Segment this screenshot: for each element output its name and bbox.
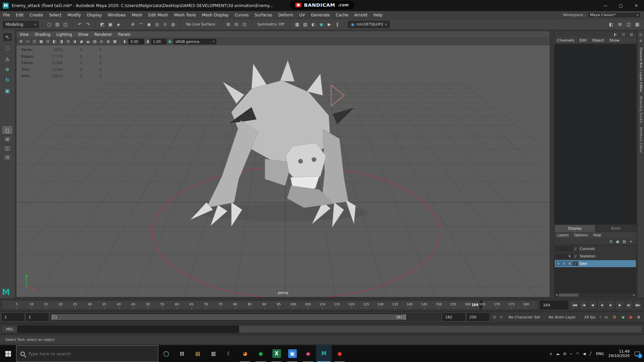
action-center-button[interactable]: 2: [635, 352, 640, 356]
two-pane-layout-icon[interactable]: ◫: [625, 20, 633, 28]
snap-grid-icon[interactable]: #: [129, 20, 137, 28]
workspace-dropdown[interactable]: Maya Classic* ▾: [588, 12, 641, 18]
input-connections-icon[interactable]: ⊞: [224, 20, 232, 28]
snap-curve-icon[interactable]: ◠: [137, 20, 145, 28]
channel-speed-icon[interactable]: ⊟: [620, 32, 627, 37]
menu-item[interactable]: Mesh: [129, 11, 146, 19]
start-button[interactable]: [0, 345, 16, 362]
isolate-select-icon[interactable]: ◎: [98, 39, 105, 44]
excel-icon[interactable]: X: [269, 345, 284, 362]
step-back-frame-button[interactable]: ◀|: [588, 301, 597, 309]
grid-toggle-icon[interactable]: ⊞: [18, 39, 24, 44]
step-back-key-button[interactable]: |◀: [579, 301, 588, 309]
snap-point-icon[interactable]: ◉: [145, 20, 153, 28]
taskbar-search[interactable]: [16, 345, 158, 362]
layer-color-swatch[interactable]: ╱: [573, 254, 578, 258]
anim-layer-dropdown[interactable]: No Anim Layer: [546, 315, 578, 319]
battery-icon[interactable]: ⊟: [563, 352, 566, 356]
exposure-icon[interactable]: ◐: [122, 39, 128, 44]
make-live-icon[interactable]: ◍: [169, 20, 177, 28]
menu-item[interactable]: Create: [26, 11, 46, 19]
comment-icon[interactable]: ▭: [603, 314, 610, 320]
snap-view-plane-icon[interactable]: ⊙: [161, 20, 169, 28]
range-slider-track[interactable]: 1 182: [50, 313, 441, 321]
menu-item[interactable]: Surfaces: [252, 11, 275, 19]
tray-chevron-icon[interactable]: ∧: [549, 352, 552, 356]
channel-box-menu-item[interactable]: Show: [607, 38, 622, 43]
layer-editor-menu-item[interactable]: Help: [590, 233, 604, 237]
select-mask-object-icon[interactable]: ▣: [106, 20, 114, 28]
film-gate-icon[interactable]: ▭: [24, 39, 31, 44]
scale-tool[interactable]: ▣: [2, 86, 12, 95]
resolution-gate-icon[interactable]: ◫: [31, 39, 38, 44]
panel-menu-item[interactable]: Show: [75, 32, 92, 37]
spotify-icon[interactable]: ◉: [253, 345, 269, 362]
character-set-dropdown[interactable]: No Character Set: [506, 315, 542, 319]
dark-mode-app-icon[interactable]: ☾: [221, 345, 237, 362]
scroll-left-icon[interactable]: ◀: [554, 294, 559, 296]
maya-icon[interactable]: M: [316, 345, 332, 362]
language-indicator[interactable]: ENG: [595, 352, 605, 356]
render-current-frame-icon[interactable]: ▧: [301, 20, 309, 28]
scrollbar-thumb[interactable]: [559, 294, 579, 297]
playblast-icon[interactable]: ▶: [325, 20, 333, 28]
layer-editor-menu-item[interactable]: Layers: [554, 233, 572, 237]
go-to-start-button[interactable]: |◀◀: [570, 301, 579, 309]
bandicam-icon[interactable]: ◉: [300, 345, 316, 362]
panel-menu-item[interactable]: Lighting: [53, 32, 75, 37]
select-mask-hierarchy-icon[interactable]: ◩: [98, 20, 106, 28]
menu-item[interactable]: Edit Mesh: [145, 11, 171, 19]
layer-editor-scrollbar[interactable]: ◀ ▶: [554, 293, 636, 297]
layer-playback-toggle[interactable]: [561, 254, 567, 258]
layer-up-icon[interactable]: ◔: [608, 239, 613, 244]
menu-item[interactable]: Windows: [105, 11, 129, 19]
channel-box-content[interactable]: [554, 44, 636, 225]
snap-projected-center-icon[interactable]: ◎: [153, 20, 161, 28]
panel-gear-icon[interactable]: ⊛: [638, 38, 644, 43]
motion-blur-icon[interactable]: ◒: [85, 39, 91, 44]
range-start-handle[interactable]: 1: [53, 315, 59, 319]
channel-box-menu-item[interactable]: Object: [589, 38, 607, 43]
fps-dropdown[interactable]: 24 fps: [582, 315, 597, 319]
layer-playback-toggle[interactable]: P: [561, 261, 567, 266]
mel-input[interactable]: [17, 325, 239, 333]
step-forward-key-button[interactable]: ▶|: [625, 301, 633, 309]
layer-row[interactable]: ╱ Controls: [555, 245, 636, 252]
firefox-icon[interactable]: ◕: [237, 345, 253, 362]
panel-menu-item[interactable]: Renderer: [92, 32, 115, 37]
ao-icon[interactable]: ◕: [78, 39, 85, 44]
layer-playback-toggle[interactable]: [561, 247, 567, 251]
menu-set-dropdown[interactable]: Modeling ▾: [3, 21, 39, 28]
render-view-icon[interactable]: ▦: [293, 20, 301, 28]
color-management-icon[interactable]: ◉: [167, 39, 173, 44]
layer-visibility-toggle[interactable]: [556, 247, 561, 251]
menu-item[interactable]: Modify: [64, 11, 84, 19]
move-tool[interactable]: ⊕: [2, 65, 12, 74]
layer-row[interactable]: R ╱ Skeleton: [555, 253, 636, 260]
gamma-icon[interactable]: ◑: [144, 39, 151, 44]
animation-end-field[interactable]: [467, 313, 489, 321]
menu-item[interactable]: Curves: [232, 11, 252, 19]
layer-display-type-toggle[interactable]: [567, 247, 572, 251]
character-set-chevron-icon[interactable]: ▾: [498, 314, 504, 320]
channel-box-menu-item[interactable]: Edit: [577, 38, 589, 43]
layer-visibility-toggle[interactable]: V: [556, 261, 561, 266]
taskbar-clock[interactable]: 11:49 29/10/2020: [608, 349, 630, 358]
task-view-icon[interactable]: ⊡: [174, 345, 190, 362]
sound-icon[interactable]: ◀: [619, 314, 626, 320]
playback-start-field[interactable]: [26, 313, 48, 321]
menu-item[interactable]: Deform: [275, 11, 296, 19]
multisample-icon[interactable]: ▨: [92, 39, 98, 44]
layout-single-pane[interactable]: □: [3, 126, 12, 134]
layer-color-swatch[interactable]: ╱: [573, 247, 578, 251]
usb-icon[interactable]: ⌁: [570, 352, 573, 356]
capture-device-combo[interactable]: ◉ mm1875JLUP2 ▾: [348, 21, 390, 28]
volume-icon[interactable]: ◀: [583, 352, 586, 356]
step-forward-frame-button[interactable]: |▶: [615, 301, 624, 309]
close-button[interactable]: ✕: [629, 0, 644, 11]
empty-layer-icon[interactable]: ▤: [622, 239, 627, 244]
safe-action-icon[interactable]: ◧: [51, 39, 58, 44]
minimize-button[interactable]: —: [598, 0, 613, 11]
menu-item[interactable]: Select: [46, 11, 64, 19]
auto-key-icon[interactable]: ●: [627, 314, 634, 320]
